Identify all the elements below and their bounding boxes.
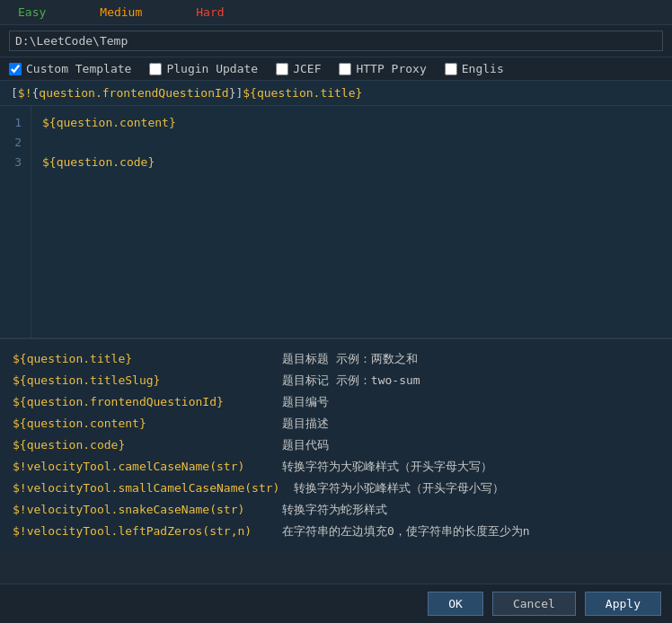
ref-key-qid: ${question.frontendQuestionId} (13, 393, 282, 411)
label-english: Englis (462, 62, 504, 75)
option-http-proxy[interactable]: HTTP Proxy (339, 62, 426, 75)
line-num-3: 3 (9, 153, 22, 172)
label-custom-template: Custom Template (26, 62, 131, 75)
label-plugin-update: Plugin Update (166, 62, 258, 75)
ref-row-titleslug: ${question.titleSlug} 题目标记 示例：two-sum (13, 370, 659, 391)
code-line-1: ${question.content} (42, 113, 661, 133)
ref-desc-leftzeros: 在字符串的左边填充0，使字符串的长度至少为n (282, 522, 530, 540)
ref-row-camel: $!velocityTool.camelCaseName(str) 转换字符为大… (13, 456, 659, 478)
ref-key-titleslug: ${question.titleSlug} (13, 372, 282, 390)
ref-row-title: ${question.title} 题目标题 示例：两数之和 (13, 348, 659, 370)
code-var-code: ${question.code} (42, 155, 155, 169)
ref-desc-smallcamel: 转换字符为小驼峰样式（开头字母小写） (294, 479, 504, 497)
ref-desc-snake: 转换字符为蛇形样式 (282, 501, 387, 519)
ref-key-smallcamel: $!velocityTool.smallCamelCaseName(str) (13, 479, 294, 497)
ref-row-code: ${question.code} 题目代码 (13, 434, 659, 456)
option-custom-template[interactable]: Custom Template (9, 62, 131, 75)
label-http-proxy: HTTP Proxy (356, 62, 426, 75)
line-num-1: 1 (9, 113, 22, 133)
template-var-id: $! (18, 86, 32, 100)
code-line-2 (42, 133, 661, 153)
template-bracket-open: [ (11, 86, 18, 100)
code-line-3: ${question.code} (42, 153, 661, 172)
checkbox-english[interactable] (445, 63, 457, 75)
ref-row-qid: ${question.frontendQuestionId} 题目编号 (13, 391, 659, 413)
tab-easy[interactable]: Easy (18, 5, 46, 19)
path-row (0, 25, 672, 57)
code-editor: 1 2 3 ${question.content} ${question.cod… (0, 106, 672, 339)
ref-desc-title: 题目标题 示例：两数之和 (282, 350, 418, 368)
cancel-button[interactable]: Cancel (492, 592, 576, 616)
line-num-2: 2 (9, 133, 22, 153)
checkbox-http-proxy[interactable] (339, 63, 351, 75)
ref-row-smallcamel: $!velocityTool.smallCamelCaseName(str) 转… (13, 478, 659, 499)
line-numbers: 1 2 3 (0, 106, 31, 338)
options-row: Custom Template Plugin Update JCEF HTTP … (0, 57, 672, 81)
ref-desc-qid: 题目编号 (282, 393, 329, 411)
ref-row-snake: $!velocityTool.snakeCaseName(str) 转换字符为蛇… (13, 499, 659, 521)
template-header: [$!{question.frontendQuestionId}]${quest… (0, 81, 672, 106)
option-jcef[interactable]: JCEF (276, 62, 321, 75)
code-content[interactable]: ${question.content} ${question.code} (31, 106, 672, 338)
path-input[interactable] (9, 31, 663, 51)
tab-medium[interactable]: Medium (100, 5, 142, 19)
ref-key-snake: $!velocityTool.snakeCaseName(str) (13, 501, 282, 519)
checkbox-custom-template[interactable] (9, 63, 22, 75)
ref-desc-content: 题目描述 (282, 415, 329, 433)
action-row: OK Cancel Apply (0, 584, 672, 623)
difficulty-tabs: Easy Medium Hard (0, 0, 672, 25)
apply-button[interactable]: Apply (585, 592, 661, 616)
ref-key-leftzeros: $!velocityTool.leftPadZeros(str,n) (13, 522, 282, 540)
code-var-content: ${question.content} (42, 116, 176, 129)
reference-section: ${question.title} 题目标题 示例：两数之和 ${questio… (0, 339, 672, 551)
checkbox-plugin-update[interactable] (149, 63, 162, 75)
ref-row-leftzeros: $!velocityTool.leftPadZeros(str,n) 在字符串的… (13, 521, 659, 542)
ref-desc-code: 题目代码 (282, 436, 329, 454)
label-jcef: JCEF (293, 62, 321, 75)
ref-key-title: ${question.title} (13, 350, 282, 368)
option-english[interactable]: Englis (445, 62, 504, 75)
ref-key-camel: $!velocityTool.camelCaseName(str) (13, 458, 282, 476)
option-plugin-update[interactable]: Plugin Update (149, 62, 258, 75)
tab-hard[interactable]: Hard (196, 5, 224, 19)
ref-key-content: ${question.content} (13, 415, 282, 433)
checkbox-jcef[interactable] (276, 63, 288, 75)
ok-button[interactable]: OK (428, 592, 483, 616)
ref-row-content: ${question.content} 题目描述 (13, 413, 659, 434)
ref-desc-titleslug: 题目标记 示例：two-sum (282, 372, 420, 390)
ref-desc-camel: 转换字符为大驼峰样式（开头字母大写） (282, 458, 492, 476)
ref-key-code: ${question.code} (13, 436, 282, 454)
